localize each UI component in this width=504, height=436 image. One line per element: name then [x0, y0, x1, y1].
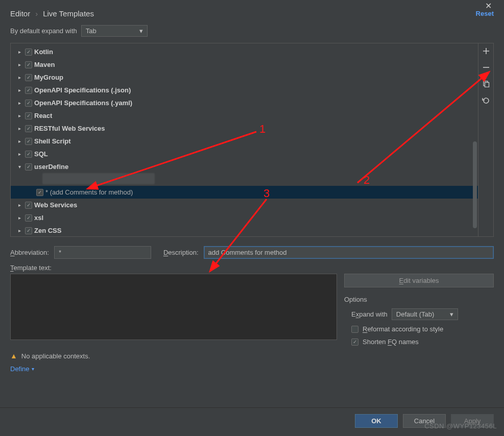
default-expand-value: Tab — [86, 27, 97, 35]
chevron-right-icon: ▸ — [16, 215, 23, 221]
tree-toolbar — [478, 43, 494, 237]
tree-group-userdefine[interactable]: ▾ userDefine — [11, 160, 478, 173]
tree-label: Web Services — [34, 201, 77, 209]
scrollbar-thumb[interactable] — [473, 141, 477, 228]
options-title: Options — [344, 296, 494, 303]
checkbox[interactable] — [36, 189, 43, 196]
shorten-checkbox[interactable] — [351, 338, 358, 346]
tree-group-mygroup[interactable]: ▸ MyGroup — [11, 71, 478, 84]
tree-group-shell[interactable]: ▸ Shell Script — [11, 135, 478, 148]
reset-button[interactable]: Reset — [476, 10, 494, 17]
checkbox[interactable] — [25, 87, 32, 94]
chevron-right-icon: ▸ — [16, 62, 23, 67]
chevron-right-icon: ▸ — [16, 228, 23, 233]
define-context-link[interactable]: Define ▾ — [10, 365, 494, 373]
default-expand-select[interactable]: Tab ▾ — [81, 25, 148, 37]
tree-group-restful[interactable]: ▸ RESTful Web Services — [11, 122, 478, 135]
reformat-label: Reformat according to style — [363, 325, 443, 333]
tree-group-maven[interactable]: ▸ Maven — [11, 58, 478, 71]
template-tree[interactable]: ▸ Kotlin ▸ Maven ▸ MyGroup ▸ Ope — [10, 43, 478, 237]
apply-button[interactable]: Apply — [451, 414, 494, 428]
checkbox[interactable] — [25, 49, 32, 56]
window-close-icon[interactable]: ✕ — [485, 2, 492, 10]
shorten-label: Shorten FQ names — [363, 338, 419, 346]
checkbox[interactable] — [25, 202, 32, 209]
checkbox[interactable] — [25, 214, 32, 222]
expand-with-value: Default (Tab) — [396, 310, 434, 318]
tree-label: React — [34, 112, 52, 119]
chevron-right-icon: ▸ — [16, 75, 23, 80]
tree-group-webservices[interactable]: ▸ Web Services — [11, 199, 478, 211]
tree-group-react[interactable]: ▸ React — [11, 109, 478, 122]
revert-button[interactable] — [482, 95, 491, 105]
edit-variables-button[interactable]: Edit variables — [344, 274, 494, 287]
tree-label: RESTful Web Services — [34, 125, 105, 132]
checkbox[interactable] — [25, 163, 32, 171]
description-label: Description: — [163, 249, 199, 256]
remove-button[interactable] — [482, 63, 491, 72]
add-button[interactable] — [482, 46, 491, 56]
chevron-right-icon: ▸ — [16, 126, 23, 131]
checkbox[interactable] — [25, 100, 32, 107]
default-expand-label: By default expand with — [10, 27, 77, 35]
tree-label: Maven — [34, 61, 55, 68]
chevron-right-icon: ▸ — [16, 49, 23, 55]
breadcrumb-parent[interactable]: Editor — [10, 9, 30, 18]
tree-group-openapi-json[interactable]: ▸ OpenAPI Specifications (.json) — [11, 84, 478, 96]
abbreviation-label: AAbbreviation:bbreviation: — [10, 249, 49, 256]
tree-label: MyGroup — [34, 74, 63, 81]
breadcrumb-sep-icon: › — [35, 9, 38, 18]
chevron-right-icon: ▸ — [16, 113, 23, 118]
tree-label: Shell Script — [34, 137, 71, 145]
chevron-right-icon: ▸ — [16, 151, 23, 157]
chevron-right-icon: ▸ — [16, 87, 23, 93]
chevron-down-icon: ▾ — [450, 310, 453, 318]
checkbox[interactable] — [25, 227, 32, 234]
svg-rect-1 — [485, 83, 489, 87]
cancel-button[interactable]: Cancel — [403, 414, 446, 428]
context-warning-text: No applicable contexts. — [21, 352, 90, 360]
ok-button[interactable]: OK — [355, 414, 398, 428]
tree-label: Kotlin — [34, 48, 53, 56]
redacted-region — [42, 173, 155, 184]
checkbox[interactable] — [25, 112, 32, 119]
tree-label: userDefine — [34, 163, 68, 171]
reformat-checkbox[interactable] — [351, 326, 358, 333]
checkbox[interactable] — [25, 138, 32, 145]
checkbox[interactable] — [25, 74, 32, 81]
chevron-down-icon: ▾ — [139, 27, 143, 35]
tree-label: Zen CSS — [34, 227, 61, 234]
tree-label: * (add Comments for method) — [45, 188, 133, 196]
tree-label: SQL — [34, 150, 48, 158]
tree-group-sql[interactable]: ▸ SQL — [11, 148, 478, 160]
expand-with-select[interactable]: Default (Tab) ▾ — [392, 308, 458, 320]
chevron-right-icon: ▸ — [16, 202, 23, 208]
description-input[interactable] — [204, 246, 494, 259]
chevron-down-icon: ▾ — [32, 366, 34, 372]
warning-icon: ▲ — [10, 352, 17, 360]
tree-label: OpenAPI Specifications (.yaml) — [34, 99, 132, 107]
template-text-input[interactable] — [10, 274, 337, 340]
chevron-right-icon: ▸ — [16, 138, 23, 144]
checkbox[interactable] — [25, 125, 32, 132]
checkbox[interactable] — [25, 61, 32, 68]
tree-label: xsl — [34, 214, 43, 222]
breadcrumb: Editor › Live Templates — [10, 9, 94, 18]
tree-group-kotlin[interactable]: ▸ Kotlin — [11, 45, 478, 58]
tree-group-zencss[interactable]: ▸ Zen CSS — [11, 224, 478, 237]
tree-group-xsl[interactable]: ▸ xsl — [11, 211, 478, 224]
duplicate-button[interactable] — [482, 79, 491, 88]
breadcrumb-current: Live Templates — [43, 9, 94, 18]
template-text-label: Template text: — [10, 264, 494, 272]
chevron-right-icon: ▸ — [16, 100, 23, 106]
tree-item-add-comments[interactable]: * (add Comments for method) — [11, 186, 478, 199]
tree-label: OpenAPI Specifications (.json) — [34, 86, 131, 94]
checkbox[interactable] — [25, 151, 32, 158]
abbreviation-input[interactable] — [54, 246, 151, 259]
expand-with-label: Expand with — [351, 310, 388, 318]
chevron-down-icon: ▾ — [16, 164, 23, 169]
tree-group-openapi-yaml[interactable]: ▸ OpenAPI Specifications (.yaml) — [11, 96, 478, 109]
